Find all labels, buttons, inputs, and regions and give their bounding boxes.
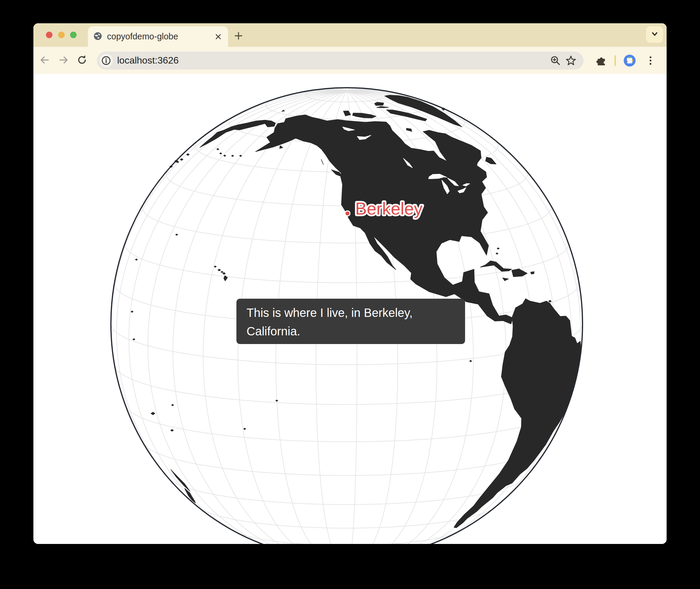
island-dot (175, 234, 178, 236)
window-close-button[interactable] (46, 32, 52, 38)
browser-window: copyofdemo-globe (33, 23, 667, 544)
new-tab-button[interactable] (230, 27, 247, 44)
site-info-button[interactable] (99, 54, 113, 67)
island-dot (469, 360, 472, 362)
land-jamaica (502, 278, 508, 281)
land-ellesmere-island (374, 103, 384, 106)
map-tooltip: This is where I live, in Berkeley, Calif… (237, 299, 465, 344)
tooltip-line1: This is where I live, in Berkeley, (247, 304, 455, 322)
tab-strip: copyofdemo-globe (33, 23, 667, 47)
tab-copyofdemo-globe[interactable]: copyofdemo-globe (88, 26, 228, 47)
extensions-button[interactable] (593, 53, 609, 68)
land-hispaniola (512, 269, 528, 276)
island-dot (231, 155, 234, 157)
island-dot (548, 300, 552, 302)
island-dot (186, 153, 190, 156)
toolbar-separator (615, 55, 616, 66)
island-dot (135, 258, 138, 260)
island-dot (222, 272, 226, 274)
island-dot (170, 429, 174, 431)
back-button[interactable] (36, 52, 53, 69)
url-text[interactable]: localhost:3626 (117, 55, 548, 66)
page-content: Berkeley This is where I live, in Berkel… (33, 74, 667, 544)
island-dot (214, 265, 217, 268)
window-minimize-button[interactable] (58, 32, 65, 38)
island-dot (243, 428, 246, 430)
arrow-right-icon (57, 53, 70, 68)
island-dot (495, 252, 498, 254)
bookmark-star-button[interactable] (563, 53, 579, 68)
globe-favicon-icon (93, 32, 102, 42)
island-dot (497, 247, 500, 249)
tab-search-button[interactable] (646, 26, 663, 43)
reload-icon (75, 53, 88, 68)
berkeley-marker-dot (345, 211, 350, 216)
zoom-button[interactable] (548, 53, 563, 68)
forward-button[interactable] (55, 52, 72, 69)
arrow-left-icon (38, 53, 51, 68)
island-dot (150, 412, 155, 415)
island-dot (217, 269, 221, 271)
land-kodiak (280, 146, 283, 149)
tab-close-icon[interactable] (213, 31, 224, 42)
land-victoria-island (352, 113, 376, 118)
island-dot (217, 148, 220, 150)
island-dot (132, 338, 135, 341)
tab-title: copyofdemo-globe (107, 32, 213, 41)
island-dot (219, 153, 222, 155)
chevron-down-icon (649, 29, 660, 41)
land-haida-gwaii (321, 159, 323, 164)
island-dot (275, 400, 278, 402)
menu-kebab-button[interactable] (643, 53, 658, 68)
window-fullscreen-button[interactable] (70, 32, 77, 38)
browser-toolbar: localhost:3626 (33, 47, 667, 74)
island-dot (221, 271, 224, 273)
berkeley-marker-label: Berkeley (355, 199, 423, 218)
island-dot (130, 311, 133, 313)
toolbar-right-group (593, 53, 658, 68)
land-north-america (256, 115, 513, 324)
reload-button[interactable] (74, 52, 90, 69)
island-dot (171, 404, 174, 406)
profile-avatar[interactable] (624, 55, 636, 66)
land-southampton-island (406, 128, 412, 132)
land-newfoundland (486, 157, 496, 164)
land-puerto-rico (531, 271, 534, 274)
land-siberia-kamchatka (200, 120, 276, 147)
url-bar[interactable]: localhost:3626 (97, 52, 584, 69)
tooltip-line2: California. (247, 322, 455, 341)
